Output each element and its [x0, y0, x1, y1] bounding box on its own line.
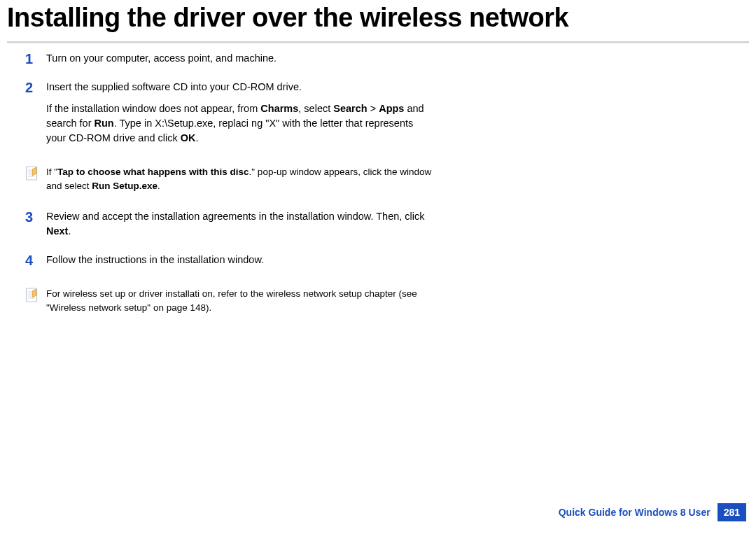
- step-2: 2 Insert the supplied software CD into y…: [25, 80, 434, 153]
- step-number: 2: [25, 80, 46, 95]
- step-body: Turn on your computer, access point, and…: [46, 51, 434, 73]
- note-popup: If "Tap to choose what happens with this…: [25, 165, 434, 194]
- title-rule: [7, 41, 749, 43]
- step-body: Review and accept the installation agree…: [46, 209, 434, 246]
- step-1-text: Turn on your computer, access point, and…: [46, 51, 434, 66]
- page: Installing the driver over the wireless …: [0, 0, 756, 534]
- step-body: Insert the supplied software CD into you…: [46, 80, 434, 153]
- note-icon: [25, 165, 46, 181]
- step-3: 3 Review and accept the installation agr…: [25, 209, 434, 246]
- step-2-line1: Insert the supplied software CD into you…: [46, 80, 434, 94]
- step-number: 1: [25, 51, 46, 66]
- title-rule-wrap: [0, 41, 756, 43]
- step-number: 4: [25, 253, 46, 268]
- note-body: For wireless set up or driver installati…: [46, 287, 434, 316]
- step-body: Follow the instructions in the installat…: [46, 253, 434, 274]
- page-number-badge: 281: [718, 503, 746, 521]
- note-wireless: For wireless set up or driver installati…: [25, 287, 434, 316]
- step-3-text: Review and accept the installation agree…: [46, 209, 434, 239]
- step-1: 1 Turn on your computer, access point, a…: [25, 51, 434, 73]
- step-4: 4 Follow the instructions in the install…: [25, 253, 434, 274]
- note-body: If "Tap to choose what happens with this…: [46, 165, 434, 194]
- step-4-text: Follow the instructions in the installat…: [46, 253, 434, 267]
- content-column: 1 Turn on your computer, access point, a…: [0, 50, 434, 315]
- footer-title: Quick Guide for Windows 8 User: [559, 507, 710, 518]
- step-number: 3: [25, 209, 46, 225]
- page-title: Installing the driver over the wireless …: [0, 0, 756, 38]
- step-2-line2: If the installation window does not appe…: [46, 101, 434, 146]
- note-icon: [25, 287, 46, 303]
- page-footer: Quick Guide for Windows 8 User 281: [559, 503, 746, 521]
